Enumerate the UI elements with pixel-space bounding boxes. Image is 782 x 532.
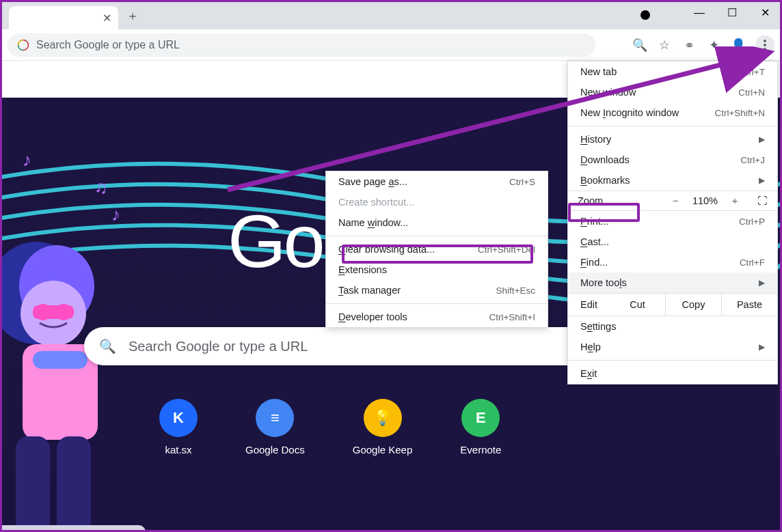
menu-shortcut: Ctrl+S xyxy=(509,177,535,187)
extension-icon[interactable]: ⚭ xyxy=(682,38,697,53)
menu-label: Settings xyxy=(580,321,616,332)
submenu-developer-tools[interactable]: Developer tools Ctrl+Shift+I xyxy=(326,307,548,327)
svg-rect-12 xyxy=(16,436,50,530)
menu-shortcut: Ctrl+J xyxy=(740,155,765,165)
menu-label: More tools xyxy=(580,277,627,288)
edit-paste[interactable]: Paste xyxy=(721,294,777,316)
menu-separator xyxy=(568,360,777,361)
google-g-icon xyxy=(17,39,29,51)
svg-rect-13 xyxy=(57,436,91,530)
menu-downloads[interactable]: Downloads Ctrl+J xyxy=(568,150,777,170)
edit-cut[interactable]: Cut xyxy=(610,294,665,316)
submenu-arrow-icon: ▶ xyxy=(759,278,765,288)
menu-new-tab[interactable]: New tab Ctrl+T xyxy=(568,61,777,82)
menu-history[interactable]: History ▶ xyxy=(568,129,777,150)
submenu-create-shortcut[interactable]: Create shortcut... xyxy=(326,192,548,212)
maximize-button[interactable]: ☐ xyxy=(723,6,742,19)
menu-label: Bookmarks xyxy=(580,175,630,186)
music-note-icon: ♫ xyxy=(94,177,108,198)
music-note-icon: ♪ xyxy=(23,150,31,171)
svg-point-1 xyxy=(764,40,766,42)
submenu-save-page[interactable]: Save page as... Ctrl+S xyxy=(326,171,548,192)
menu-edit-row: Edit Cut Copy Paste xyxy=(568,293,777,316)
omnibox[interactable]: Search Google or type a URL xyxy=(8,33,595,57)
search-placeholder: Search Google or type a URL xyxy=(129,339,308,354)
kebab-menu-button[interactable] xyxy=(755,36,774,55)
browser-tab[interactable]: ✕ xyxy=(9,6,118,29)
shortcut-katsx[interactable]: K kat.sx xyxy=(159,399,198,456)
zoom-in-button[interactable]: + xyxy=(726,195,744,206)
menu-label: Extensions xyxy=(338,264,387,275)
shortcut-label: Google Keep xyxy=(353,444,413,456)
menu-label: Task manager xyxy=(338,285,401,296)
menu-exit[interactable]: Exit xyxy=(568,363,777,384)
shortcut-google-docs[interactable]: ≡ Google Docs xyxy=(245,399,305,456)
menu-cast[interactable]: Cast... xyxy=(568,232,777,252)
extensions-puzzle-icon[interactable]: ✦ xyxy=(706,38,721,53)
keep-icon: 💡 xyxy=(364,399,402,437)
menu-shortcut: Ctrl+F xyxy=(740,257,765,268)
submenu-clear-browsing-data[interactable]: Clear browsing data... Ctrl+Shift+Del xyxy=(326,239,548,260)
zoom-out-button[interactable]: − xyxy=(666,195,684,206)
menu-new-window[interactable]: New window Ctrl+N xyxy=(568,82,777,102)
menu-shortcut: Shift+Esc xyxy=(496,285,535,296)
toolbar-right: 🔍 ☆ ⚭ ✦ 👤 xyxy=(632,36,774,55)
profile-avatar-icon[interactable]: 👤 xyxy=(731,38,746,53)
menu-label: Find... xyxy=(580,257,608,268)
zoom-label: Zoom xyxy=(578,195,658,206)
music-note-icon: ♪ xyxy=(111,204,120,225)
edit-label: Edit xyxy=(568,294,610,316)
menu-label: Exit xyxy=(580,368,597,379)
menu-find[interactable]: Find... Ctrl+F xyxy=(568,252,777,272)
menu-label: Print... xyxy=(580,216,609,227)
svg-point-2 xyxy=(764,44,766,46)
more-tools-submenu: Save page as... Ctrl+S Create shortcut..… xyxy=(325,171,548,328)
update-indicator-icon[interactable] xyxy=(641,10,650,20)
minimize-button[interactable]: — xyxy=(690,7,709,19)
close-tab-icon[interactable]: ✕ xyxy=(103,12,111,25)
menu-label: New tab xyxy=(580,66,617,77)
menu-more-tools[interactable]: More tools ▶ xyxy=(568,272,777,293)
menu-label: Create shortcut... xyxy=(338,197,414,208)
menu-label: Save page as... xyxy=(338,176,407,187)
menu-settings[interactable]: Settings xyxy=(568,316,777,337)
shortcut-label: Google Docs xyxy=(245,444,305,456)
submenu-arrow-icon: ▶ xyxy=(759,342,765,352)
shortcut-label: Evernote xyxy=(460,444,501,456)
browser-toolbar: Search Google or type a URL 🔍 ☆ ⚭ ✦ 👤 xyxy=(2,29,780,61)
zoom-page-icon[interactable]: 🔍 xyxy=(632,38,647,53)
fullscreen-icon[interactable]: ⛶ xyxy=(757,195,768,206)
shortcut-google-keep[interactable]: 💡 Google Keep xyxy=(353,399,413,456)
svg-rect-11 xyxy=(33,351,87,369)
shortcuts-row: K kat.sx ≡ Google Docs 💡 Google Keep E E… xyxy=(159,399,501,456)
submenu-name-window[interactable]: Name window... xyxy=(326,212,548,233)
shortcut-evernote[interactable]: E Evernote xyxy=(460,399,501,456)
menu-print[interactable]: Print... Ctrl+P xyxy=(568,211,777,232)
menu-label: Clear browsing data... xyxy=(338,244,435,255)
bookmark-star-icon[interactable]: ☆ xyxy=(657,38,672,53)
search-input[interactable]: 🔍 Search Google or type a URL xyxy=(84,327,604,365)
new-tab-button[interactable]: ＋ xyxy=(124,7,141,25)
shortcut-letter: K xyxy=(159,399,198,437)
menu-label: New window xyxy=(580,87,636,98)
titlebar: ✕ ＋ — ☐ ✕ xyxy=(2,2,780,29)
shortcut-letter: E xyxy=(461,399,500,437)
close-window-button[interactable]: ✕ xyxy=(755,6,774,19)
menu-zoom-row: Zoom − 110% + ⛶ xyxy=(568,191,777,211)
menu-shortcut: Ctrl+N xyxy=(738,87,765,98)
menu-help[interactable]: Help ▶ xyxy=(568,337,777,357)
omnibox-placeholder: Search Google or type a URL xyxy=(36,39,180,51)
docs-icon: ≡ xyxy=(256,399,294,437)
submenu-extensions[interactable]: Extensions xyxy=(326,260,548,280)
svg-rect-14 xyxy=(2,525,146,530)
menu-separator xyxy=(326,236,548,236)
submenu-task-manager[interactable]: Task manager Shift+Esc xyxy=(326,280,548,300)
menu-shortcut: Ctrl+Shift+N xyxy=(714,108,765,118)
submenu-arrow-icon: ▶ xyxy=(759,176,765,185)
menu-incognito[interactable]: New Incognito window Ctrl+Shift+N xyxy=(568,102,777,123)
menu-bookmarks[interactable]: Bookmarks ▶ xyxy=(568,170,777,191)
menu-shortcut: Ctrl+P xyxy=(739,216,765,227)
shortcut-label: kat.sx xyxy=(165,444,191,456)
menu-label: Developer tools xyxy=(338,311,407,322)
edit-copy[interactable]: Copy xyxy=(665,294,721,316)
